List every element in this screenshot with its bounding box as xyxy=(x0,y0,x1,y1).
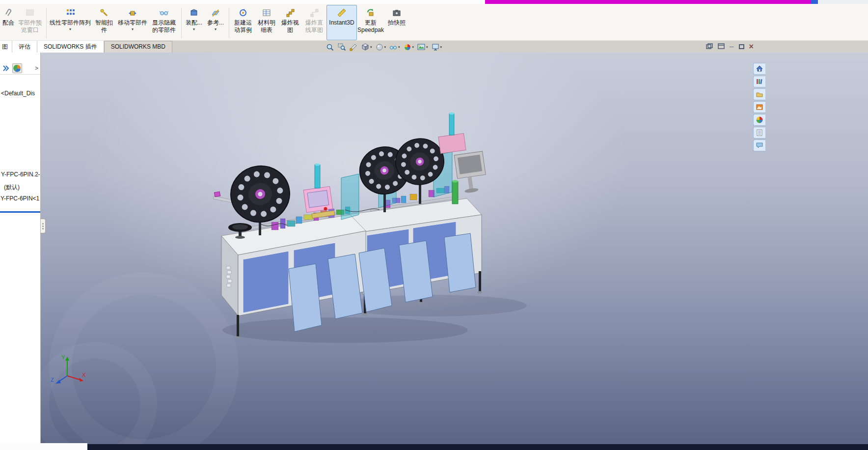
tree-item[interactable]: Y-FPC-6PIN<1 xyxy=(0,195,39,202)
new-window-icon[interactable] xyxy=(706,43,713,51)
task-pane-strip xyxy=(753,63,766,151)
move-component-button[interactable]: 移动零部件 ▾ xyxy=(116,5,149,40)
dropdown-arrow-icon[interactable]: ▾ xyxy=(384,45,386,49)
exploded-view-button[interactable]: 爆炸视 图 xyxy=(278,5,302,40)
chat-bubble-icon xyxy=(756,141,763,149)
close-button[interactable]: × xyxy=(749,43,754,51)
heads-up-view-toolbar: ▾ ▾ ▾ ▾ ▾ ▾ xyxy=(325,41,442,53)
button-label: 智能扣 xyxy=(95,19,113,27)
background-titlebar-accent xyxy=(485,0,811,4)
ribbon-separator xyxy=(229,8,229,38)
button-label: 动算例 xyxy=(234,27,252,34)
bill-of-materials-button[interactable]: 材料明 细表 xyxy=(255,5,278,40)
graphics-viewport[interactable]: Y Z X xyxy=(41,53,868,450)
zoom-area-button[interactable] xyxy=(337,42,347,53)
button-label: 配合 xyxy=(2,19,14,27)
show-hidden-components-button[interactable]: 显示隐藏 的零部件 xyxy=(149,5,179,40)
minimize-button[interactable]: ─ xyxy=(730,42,734,51)
command-manager-tab-row: 图 评估 SOLIDWORKS 插件 SOLIDWORKS MBD ▾ ▾ ▾ … xyxy=(0,40,868,53)
feature-manager-panel: > <Default_Dis Y-FPC-6PIN.2- (默认) Y-FPC-… xyxy=(0,53,41,450)
button-label: 参考... xyxy=(207,19,224,27)
button-label: 更新 xyxy=(365,19,377,27)
mate-button[interactable]: 配合 xyxy=(1,5,16,40)
bill-of-materials-icon xyxy=(262,6,271,19)
linear-component-pattern-button[interactable]: 线性零部件阵列 ▾ xyxy=(49,5,92,40)
pane-splitter[interactable] xyxy=(0,211,40,213)
dropdown-arrow-icon[interactable]: ▾ xyxy=(440,45,442,49)
panel-resize-handle[interactable] xyxy=(41,219,46,233)
panel-expand-chevron[interactable]: > xyxy=(35,65,38,72)
dropdown-arrow-icon[interactable]: ▾ xyxy=(69,27,71,31)
component-preview-window-button: 零部件预 览窗口 xyxy=(16,5,44,40)
button-label: 装配... xyxy=(186,19,202,27)
button-label: 线草图 xyxy=(305,27,323,34)
button-label: 件 xyxy=(101,27,107,34)
triad-x-label: X xyxy=(82,372,86,378)
tab-solidworks-addins[interactable]: SOLIDWORKS 插件 xyxy=(37,41,104,53)
dropdown-arrow-icon[interactable]: ▾ xyxy=(370,45,372,49)
button-label: 爆炸直 xyxy=(305,19,323,27)
explode-line-sketch-button: 爆炸直 线草图 xyxy=(302,5,326,40)
dropdown-arrow-icon[interactable]: ▾ xyxy=(426,45,428,49)
triad-z-label: Z xyxy=(51,377,54,383)
component-preview-window-icon xyxy=(25,6,35,19)
tab-solidworks-mbd[interactable]: SOLIDWORKS MBD xyxy=(104,41,172,53)
solidworks-app-window: 配合 零部件预 览窗口 线性零部件阵列 ▾ 智能扣 件 移动零部件 ▾ 显示隐藏… xyxy=(0,0,868,450)
button-label: 材料明 xyxy=(258,19,275,27)
assembly-features-icon xyxy=(189,6,199,19)
custom-properties-button[interactable] xyxy=(753,127,765,139)
button-label: 细表 xyxy=(261,27,272,34)
tab-sketch[interactable]: 图 xyxy=(0,41,12,53)
button-label: 移动零部件 xyxy=(118,19,147,27)
instant3d-button[interactable]: Instant3D xyxy=(326,5,357,40)
display-state-label[interactable]: <Default_Dis xyxy=(1,90,35,97)
smart-fasteners-button[interactable]: 智能扣 件 xyxy=(92,5,116,40)
dropdown-arrow-icon[interactable]: ▾ xyxy=(215,27,217,31)
show-hidden-components-icon xyxy=(159,6,169,19)
solidworks-resources-button[interactable] xyxy=(753,63,765,75)
button-label: 新建运 xyxy=(234,19,252,27)
tab-evaluate[interactable]: 评估 xyxy=(12,41,37,53)
solidworks-forum-button[interactable] xyxy=(753,140,765,151)
assembly-features-button[interactable]: 装配... ▾ xyxy=(184,5,204,40)
take-snapshot-button[interactable]: 拍快照 xyxy=(384,5,409,40)
background-titlebar-icon xyxy=(811,0,818,4)
triad-y-label: Y xyxy=(61,354,65,360)
dropdown-arrow-icon[interactable]: ▾ xyxy=(132,27,134,31)
design-library-button[interactable] xyxy=(753,76,765,87)
hide-show-items-button[interactable]: ▾ xyxy=(388,42,401,53)
dropdown-arrow-icon[interactable]: ▾ xyxy=(398,45,400,49)
background-titlebar-end xyxy=(818,0,868,4)
display-style-button[interactable]: ▾ xyxy=(375,42,387,53)
section-view-button[interactable] xyxy=(349,42,358,53)
bottom-left-strip xyxy=(0,443,87,450)
view-palette-button[interactable] xyxy=(753,101,765,113)
reference-geometry-button[interactable]: 参考... ▾ xyxy=(204,5,227,40)
maximize-button[interactable] xyxy=(739,44,744,49)
taskbar-strip xyxy=(87,444,868,450)
new-motion-study-icon xyxy=(238,6,248,19)
flyout-arrows-icon[interactable] xyxy=(1,63,11,73)
new-motion-study-button[interactable]: 新建运 动算例 xyxy=(231,5,255,40)
button-label: Instant3D xyxy=(329,19,354,27)
display-states-icon[interactable] xyxy=(12,63,22,73)
window-controls: ─ × xyxy=(706,42,754,51)
dropdown-arrow-icon[interactable]: ▾ xyxy=(193,27,195,31)
tree-item[interactable]: (默认) xyxy=(4,183,20,192)
edit-appearance-button[interactable]: ▾ xyxy=(403,42,415,53)
zoom-fit-button[interactable] xyxy=(325,42,335,53)
apply-scene-button[interactable]: ▾ xyxy=(416,42,429,53)
dropdown-arrow-icon[interactable]: ▾ xyxy=(412,45,414,49)
file-explorer-button[interactable] xyxy=(753,88,765,100)
books-icon xyxy=(756,78,763,85)
view-orientation-button[interactable]: ▾ xyxy=(360,42,373,53)
update-speedpak-button[interactable]: 更新 Speedpak xyxy=(357,5,384,40)
appearances-scenes-button[interactable] xyxy=(753,114,765,126)
command-manager-ribbon: 配合 零部件预 览窗口 线性零部件阵列 ▾ 智能扣 件 移动零部件 ▾ 显示隐藏… xyxy=(0,4,868,40)
view-settings-button[interactable]: ▾ xyxy=(431,42,443,53)
cascade-windows-icon[interactable] xyxy=(718,43,725,51)
tree-item[interactable]: Y-FPC-6PIN.2- xyxy=(1,171,40,178)
move-component-icon xyxy=(128,6,137,19)
properties-list-icon xyxy=(756,129,763,137)
take-snapshot-icon xyxy=(392,6,402,19)
